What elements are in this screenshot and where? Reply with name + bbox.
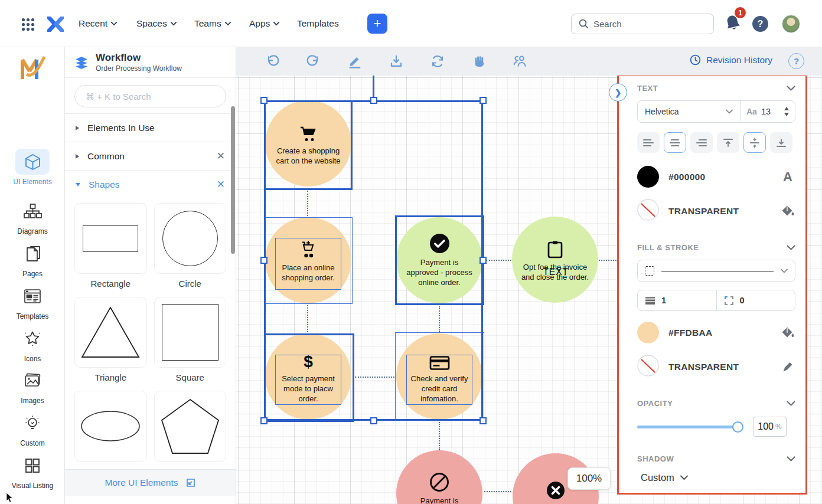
align-top-button[interactable] <box>717 132 739 153</box>
shape-card-ellipse[interactable] <box>74 391 147 462</box>
node-create-shopping-cart[interactable]: Create a shopping cart on the website <box>265 100 351 186</box>
shape-card-triangle[interactable] <box>74 297 147 368</box>
text-fill-row[interactable]: TRANSPARENT <box>637 199 795 223</box>
sidebar-item-templates[interactable]: Templates <box>0 283 65 320</box>
fill-stroke-section-header[interactable]: FILL & STROKE <box>637 243 795 252</box>
pencil-icon[interactable] <box>780 361 795 372</box>
menu-templates[interactable]: Templates <box>297 18 339 29</box>
node-opt-invoice[interactable]: Opt foe the invoice and close the order. <box>512 217 598 303</box>
resize-handle[interactable] <box>370 97 377 104</box>
menu-spaces[interactable]: Spaces <box>136 18 177 29</box>
workspace-logo[interactable] <box>0 54 65 85</box>
shape-card-square[interactable] <box>154 297 227 368</box>
line-style-select[interactable] <box>637 260 795 282</box>
panel-scrollbar[interactable] <box>231 106 235 254</box>
menu-recent[interactable]: Recent <box>79 18 117 29</box>
connector[interactable] <box>355 377 394 378</box>
more-ui-elements-link[interactable]: More UI Elements <box>105 477 178 488</box>
creately-logo-icon[interactable] <box>47 17 64 34</box>
resize-handle[interactable] <box>480 97 487 104</box>
transparent-swatch[interactable] <box>637 355 659 379</box>
revision-history-button[interactable]: Revision History <box>690 54 772 66</box>
connector[interactable] <box>439 422 440 450</box>
resize-handle[interactable] <box>260 97 268 104</box>
section-elements-in-use[interactable]: Elements In Use <box>65 113 236 142</box>
connector[interactable] <box>486 260 511 261</box>
sidebar-item-visual-listing[interactable]: Visual Listing <box>0 453 65 490</box>
fill-color-row[interactable]: #FFDBAA <box>637 322 795 343</box>
user-avatar[interactable] <box>782 15 800 33</box>
align-right-button[interactable] <box>690 132 713 153</box>
connector[interactable] <box>484 491 511 492</box>
shape-card-rectangle[interactable] <box>74 203 147 274</box>
transparent-swatch[interactable] <box>637 199 659 223</box>
sidebar-item-images[interactable]: Images <box>0 368 65 405</box>
connector[interactable] <box>599 260 619 261</box>
menu-apps[interactable]: Apps <box>249 18 279 29</box>
node-place-order[interactable]: Place an online shopping order. <box>265 217 351 303</box>
app-grid-icon[interactable] <box>21 18 35 34</box>
sync-button[interactable] <box>430 54 445 69</box>
text-element-overlay[interactable]: TEXT <box>533 267 578 277</box>
align-bottom-button[interactable] <box>770 132 792 153</box>
fill-color-swatch[interactable] <box>637 322 659 343</box>
font-family-select[interactable]: Helvetica <box>638 101 741 122</box>
shadow-preset-select[interactable]: Custom <box>641 472 795 483</box>
paint-bucket-icon[interactable] <box>780 205 795 217</box>
text-section-header[interactable]: TEXT <box>637 84 795 93</box>
canvas-help-button[interactable]: ? <box>788 53 804 69</box>
global-search[interactable] <box>571 14 714 34</box>
step-up-icon[interactable] <box>784 107 789 110</box>
step-down-icon[interactable] <box>784 113 789 116</box>
resize-handle[interactable] <box>260 257 268 264</box>
pan-button[interactable] <box>471 54 487 69</box>
node-select-payment-mode[interactable]: $ Select payment mode to placw order. <box>265 333 351 420</box>
resize-handle[interactable] <box>370 417 377 424</box>
export-button[interactable] <box>389 54 404 69</box>
close-icon[interactable]: ✕ <box>217 179 225 189</box>
stroke-width-input[interactable]: 1 <box>638 290 716 310</box>
sidebar-item-ui-elements[interactable]: UI Elements <box>0 149 65 186</box>
align-middle-button[interactable] <box>743 132 766 153</box>
connector[interactable] <box>439 306 440 332</box>
font-color-row[interactable]: #000000 A <box>637 166 795 188</box>
help-button[interactable]: ? <box>752 16 768 32</box>
resize-handle[interactable] <box>480 417 487 424</box>
stroke-color-row[interactable]: TRANSPARENT <box>637 355 795 379</box>
font-size-stepper[interactable] <box>784 107 789 116</box>
collaborators-button[interactable] <box>513 54 528 69</box>
shadow-section-header[interactable]: SHADOW <box>637 454 795 463</box>
font-color-icon[interactable]: A <box>780 169 795 185</box>
node-check-credit-card[interactable]: Check and verify credit card infomation. <box>396 333 482 420</box>
slider-thumb[interactable] <box>732 421 743 433</box>
sidebar-item-icons[interactable]: Icons <box>0 326 65 363</box>
panel-collapse-button[interactable]: ❯ <box>609 83 627 102</box>
sidebar-item-custom[interactable]: Custom <box>0 410 65 447</box>
align-left-button[interactable] <box>637 132 660 153</box>
shape-card-circle[interactable] <box>154 203 227 274</box>
sidebar-item-pages[interactable]: Pages <box>0 241 65 278</box>
menu-teams[interactable]: Teams <box>194 18 231 29</box>
resize-handle[interactable] <box>480 257 487 264</box>
corner-radius-input[interactable]: 0 <box>716 290 795 310</box>
paint-bucket-icon[interactable] <box>780 327 795 339</box>
opacity-slider[interactable] <box>637 426 742 428</box>
shape-search-input[interactable] <box>86 91 215 102</box>
shape-card-pentagon[interactable] <box>154 391 227 462</box>
opacity-section-header[interactable]: OPACITY <box>637 399 795 408</box>
shape-search[interactable] <box>74 85 226 107</box>
section-shapes[interactable]: Shapes ✕ <box>65 170 236 198</box>
align-center-button[interactable] <box>664 132 686 153</box>
opacity-value-input[interactable]: 100 % <box>753 417 787 437</box>
draw-button[interactable] <box>347 54 363 69</box>
undo-button[interactable] <box>265 54 280 69</box>
connector[interactable] <box>307 305 308 332</box>
sidebar-item-diagrams[interactable]: Diagrams <box>0 198 65 235</box>
section-common[interactable]: Common ✕ <box>65 142 236 170</box>
node-payment-approved[interactable]: Payment is approved - process online ord… <box>396 217 482 303</box>
create-new-button[interactable]: + <box>367 14 387 34</box>
search-input[interactable] <box>593 19 694 29</box>
redo-button[interactable] <box>306 54 321 69</box>
resize-handle[interactable] <box>260 417 268 424</box>
font-size-input[interactable]: Aa 13 <box>741 101 795 122</box>
